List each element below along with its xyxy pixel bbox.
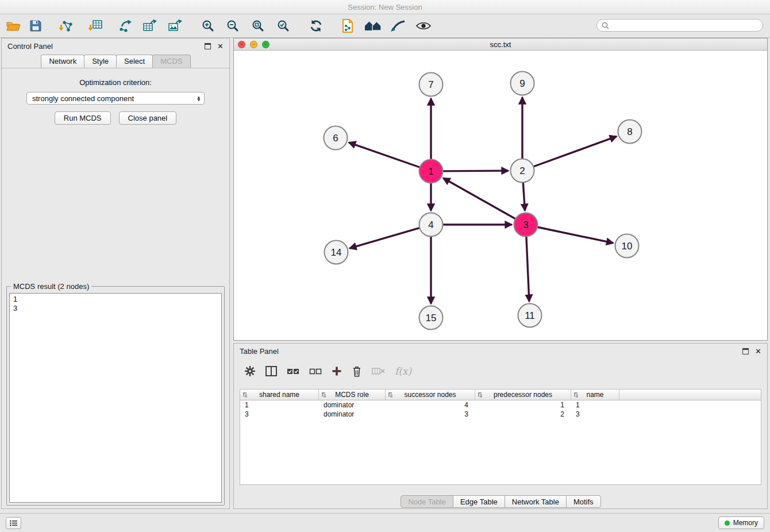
graph-edge-4-14[interactable] — [350, 228, 420, 248]
export-network-button[interactable] — [116, 16, 135, 36]
network-canvas[interactable]: 7968124314101511 — [234, 51, 767, 340]
table-cell[interactable]: 1 — [240, 400, 319, 410]
zoom-selected-button[interactable] — [274, 16, 293, 36]
graph-edge-1-2[interactable] — [442, 171, 508, 171]
document-network-icon — [341, 18, 355, 33]
search-input[interactable] — [612, 21, 758, 30]
table-header-row: shared nameMCDS rolesuccessor nodesprede… — [240, 390, 761, 400]
graph-edge-3-10[interactable] — [537, 227, 613, 243]
function-builder-button[interactable]: f(x) — [395, 365, 411, 377]
graph-edge-3-1[interactable] — [443, 178, 515, 219]
control-panel-header: Control Panel ✕ — [2, 38, 229, 53]
table-panel: Table Panel ✕ — [233, 343, 768, 509]
tab-network[interactable]: Network — [41, 55, 84, 68]
graph-edge-1-6[interactable] — [349, 142, 420, 167]
tab-motifs[interactable]: Motifs — [566, 495, 601, 508]
table-cell[interactable]: dominator — [319, 400, 386, 410]
window-close-icon[interactable]: × — [238, 41, 245, 48]
control-panel-title: Control Panel — [7, 42, 53, 51]
show-columns-button[interactable] — [265, 366, 277, 376]
graph-edge-2-3[interactable] — [523, 182, 525, 210]
apply-style-button[interactable] — [388, 16, 407, 36]
tab-node-table[interactable]: Node Table — [401, 495, 453, 508]
criterion-select[interactable]: strongly connected component ▲▼ — [26, 92, 205, 105]
delete-column-button[interactable] — [372, 367, 385, 376]
open-session-button[interactable] — [3, 16, 23, 36]
delete-column-icon — [372, 367, 385, 376]
node-table: shared nameMCDS rolesuccessor nodesprede… — [240, 389, 761, 485]
run-mcds-button[interactable]: Run MCDS — [55, 111, 111, 125]
import-table-button[interactable] — [86, 16, 105, 36]
home-view-button[interactable] — [363, 16, 383, 36]
table-cell[interactable]: 1 — [571, 400, 619, 410]
mcds-result-list: 13 — [9, 293, 222, 503]
save-session-button[interactable] — [26, 16, 45, 36]
close-panel-action-button[interactable]: Close panel — [119, 111, 177, 125]
mcds-result-group: MCDS result (2 nodes) 13 — [6, 282, 225, 506]
search-icon — [602, 22, 609, 29]
column-header-label: successor nodes — [404, 391, 456, 399]
table-cell[interactable]: 4 — [386, 400, 475, 410]
task-history-button[interactable] — [6, 517, 21, 529]
select-spinner-icon: ▲▼ — [197, 95, 200, 101]
table-cell[interactable]: 1 — [475, 400, 571, 410]
table-row[interactable]: 3dominator323 — [240, 410, 761, 419]
column-sort-icon — [242, 392, 248, 398]
eye-icon — [415, 21, 432, 31]
graph-edge-3-11[interactable] — [526, 236, 529, 301]
table-cell[interactable]: 3 — [571, 410, 619, 419]
close-table-panel-button[interactable]: ✕ — [755, 348, 761, 355]
add-button[interactable] — [332, 366, 342, 376]
column-header-name[interactable]: name — [571, 390, 619, 400]
tab-style[interactable]: Style — [84, 55, 117, 68]
table-cell[interactable]: 3 — [240, 410, 319, 419]
style-brush-icon — [390, 19, 406, 33]
graph-edge-2-8[interactable] — [533, 136, 617, 167]
apply-layout-button[interactable] — [306, 16, 326, 36]
column-header-shared-name[interactable]: shared name — [240, 390, 319, 400]
plus-icon — [332, 366, 342, 376]
close-panel-button[interactable]: ✕ — [217, 43, 224, 50]
window-minimize-icon[interactable]: − — [250, 41, 257, 48]
zoom-out-button[interactable] — [223, 16, 242, 36]
import-network-button[interactable] — [56, 16, 76, 36]
memory-button[interactable]: Memory — [718, 516, 764, 529]
unselect-all-button[interactable] — [309, 367, 322, 376]
tab-edge-table[interactable]: Edge Table — [453, 495, 505, 508]
tab-mcds[interactable]: MCDS — [152, 55, 190, 68]
unchecked-boxes-icon — [309, 367, 322, 376]
float-panel-button[interactable] — [205, 43, 211, 49]
table-cell[interactable]: 2 — [475, 410, 571, 419]
table-settings-button[interactable] — [244, 365, 256, 377]
graph-node-label: 3 — [523, 219, 528, 230]
zoom-in-button[interactable] — [198, 16, 218, 36]
tab-network-table[interactable]: Network Table — [505, 495, 567, 508]
graph-node-label: 11 — [525, 310, 535, 321]
optimization-criterion-label: Optimization criterion: — [2, 78, 229, 87]
column-header-MCDS-role[interactable]: MCDS role — [319, 390, 386, 400]
window-title: Session: New Session — [348, 3, 422, 11]
column-header-predecessor-nodes[interactable]: predecessor nodes — [475, 390, 571, 400]
network-window: × − + scc.txt 7968124314101511 — [233, 38, 768, 341]
graph-node-label: 4 — [428, 219, 433, 230]
open-folder-icon — [6, 20, 21, 32]
graph-node-label: 9 — [519, 78, 525, 89]
table-row[interactable]: 1dominator411 — [240, 400, 761, 410]
export-table-button[interactable] — [140, 16, 160, 36]
mcds-result-item: 3 — [13, 304, 218, 313]
window-zoom-icon[interactable]: + — [262, 41, 270, 48]
table-cell[interactable]: 3 — [386, 410, 475, 419]
tab-select[interactable]: Select — [116, 55, 153, 68]
float-table-panel-button[interactable] — [742, 348, 749, 354]
column-header-successor-nodes[interactable]: successor nodes — [386, 390, 475, 400]
select-all-button[interactable] — [287, 367, 299, 376]
column-sort-icon — [573, 392, 579, 398]
trash-icon — [352, 365, 362, 377]
export-image-button[interactable] — [165, 16, 185, 36]
table-cell[interactable]: dominator — [319, 410, 386, 419]
delete-button[interactable] — [352, 365, 362, 377]
open-recent-session-button[interactable] — [338, 16, 357, 36]
gear-icon — [244, 365, 256, 377]
show-graphics-details-button[interactable] — [414, 16, 433, 36]
zoom-fit-button[interactable] — [248, 16, 268, 36]
